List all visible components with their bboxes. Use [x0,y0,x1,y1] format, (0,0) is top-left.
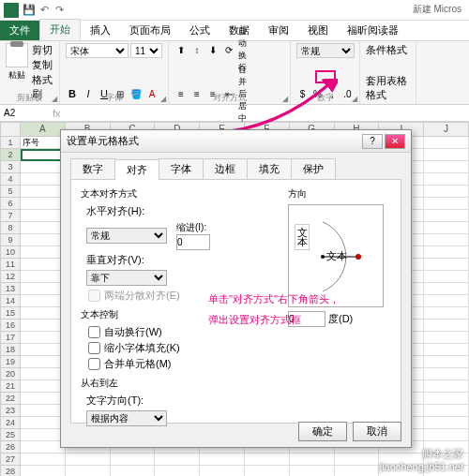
halign-select[interactable]: 常规 [86,228,167,244]
align-top-icon[interactable]: ⬆ [174,43,188,56]
wrap-checkbox[interactable] [88,326,100,338]
cell[interactable] [335,454,380,466]
orientation-box[interactable]: 文本 文本 [288,204,384,307]
row-header[interactable]: 18 [0,344,21,356]
row-header[interactable]: 3 [0,161,21,173]
row-header[interactable]: 4 [0,173,21,186]
cell[interactable] [335,466,380,476]
cell[interactable] [200,466,245,476]
row-header[interactable]: 9 [0,234,21,246]
cell[interactable] [424,246,469,259]
row-header[interactable]: 25 [0,429,21,441]
namebox-input[interactable] [0,108,47,118]
cell[interactable] [424,259,469,271]
cell[interactable] [21,405,66,417]
cell[interactable] [424,454,469,466]
alignment-launcher-icon[interactable]: ◢ [282,95,288,103]
wrap-text-button[interactable]: 自动换行 [238,43,251,56]
close-button[interactable]: ✕ [385,134,405,149]
font-name-select[interactable]: 宋体 [66,43,129,58]
ok-button[interactable]: 确定 [298,422,347,441]
cell[interactable] [290,466,335,476]
cell[interactable] [424,356,469,368]
cell[interactable] [21,161,66,173]
cond-format-button[interactable]: 条件格式 [366,43,410,57]
cell[interactable] [424,222,469,234]
cell[interactable] [21,173,66,186]
degree-input[interactable] [288,311,325,327]
cell[interactable] [21,149,66,161]
clipboard-launcher-icon[interactable]: ◢ [52,95,57,103]
cell[interactable] [424,295,469,307]
cell[interactable] [21,271,66,283]
tbl-format-button[interactable]: 套用表格格式 [366,74,410,102]
cell[interactable] [111,454,156,466]
row-header[interactable]: 15 [0,307,21,320]
dialog-titlebar[interactable]: 设置单元格格式 ? ✕ [61,130,411,153]
cell[interactable] [379,466,424,476]
row-header[interactable]: 14 [0,295,21,307]
shrink-checkbox[interactable] [88,342,100,354]
cell[interactable] [424,137,469,149]
cell[interactable] [21,320,66,332]
dlg-tab-number[interactable]: 数字 [70,158,115,179]
textdir-select[interactable]: 根据内容 [86,410,167,426]
col-header[interactable]: A [21,122,66,137]
valign-select[interactable]: 靠下 [86,270,167,286]
dlg-tab-border[interactable]: 边框 [203,158,248,179]
cell[interactable] [424,283,469,295]
merge-checkbox[interactable] [88,358,100,370]
dlg-tab-font[interactable]: 字体 [159,158,204,179]
font-size-select[interactable]: 11 [130,43,162,58]
vertical-text-button[interactable]: 文本 [295,224,310,250]
cell[interactable]: 序号 [21,137,66,149]
cell[interactable] [424,173,469,186]
cell[interactable] [66,466,111,476]
orientation-dial[interactable]: 文本 [319,213,377,301]
cell[interactable] [21,441,66,454]
cell[interactable] [424,429,469,441]
row-header[interactable]: 13 [0,283,21,295]
font-launcher-icon[interactable]: ◢ [160,95,166,103]
undo-icon[interactable]: ↶ [38,4,51,17]
row-header[interactable]: 28 [0,466,21,476]
cut-button[interactable]: 剪切 [32,43,53,57]
cell[interactable] [21,198,66,210]
row-header[interactable]: 23 [0,405,21,417]
cell[interactable] [424,441,469,454]
cell[interactable] [21,259,66,271]
cell[interactable] [21,332,66,344]
col-header[interactable]: J [424,122,469,137]
cell[interactable] [424,466,469,476]
cell[interactable] [21,307,66,320]
cell[interactable] [424,149,469,161]
row-header[interactable]: 21 [0,380,21,393]
redo-icon[interactable]: ↷ [53,4,66,17]
row-header[interactable]: 19 [0,356,21,368]
row-header[interactable]: 5 [0,186,21,198]
cell[interactable] [155,454,200,466]
cell[interactable] [424,234,469,246]
cell[interactable] [21,234,66,246]
tab-formula[interactable]: 公式 [180,21,219,40]
cell[interactable] [21,466,66,476]
cell[interactable] [245,466,290,476]
cell[interactable] [21,283,66,295]
cell[interactable] [424,210,469,222]
row-header[interactable]: 16 [0,320,21,332]
cell[interactable] [424,271,469,283]
cell[interactable] [111,466,156,476]
row-header[interactable]: 24 [0,417,21,429]
cell[interactable] [21,454,66,466]
cell[interactable] [21,186,66,198]
cell[interactable] [245,454,290,466]
row-header[interactable]: 2 [0,149,21,161]
align-middle-icon[interactable]: ↕ [190,43,204,56]
dlg-tab-alignment[interactable]: 对齐 [114,159,159,180]
cell[interactable] [424,417,469,429]
cell[interactable] [155,466,200,476]
cell[interactable] [21,429,66,441]
row-header[interactable]: 26 [0,441,21,454]
cell[interactable] [21,393,66,405]
tab-file[interactable]: 文件 [0,21,39,40]
